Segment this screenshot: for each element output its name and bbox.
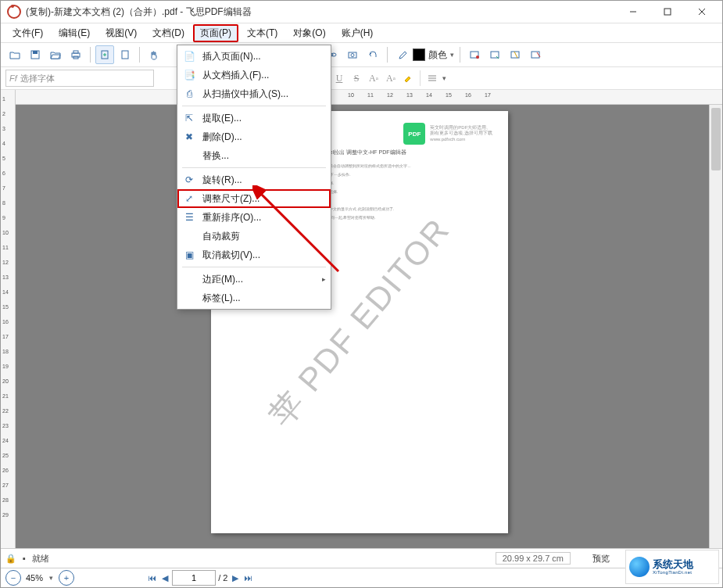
- toolbar-separator: [387, 47, 388, 63]
- menu-object[interactable]: 对象(O): [286, 24, 332, 42]
- menu-separator: [182, 167, 326, 168]
- svg-rect-12: [122, 51, 128, 59]
- stamp1-icon[interactable]: [465, 45, 484, 64]
- menu-extract[interactable]: ⇱提取(E)...: [177, 109, 331, 127]
- stamp3-icon[interactable]: [506, 45, 524, 64]
- color-dropdown-icon[interactable]: ▾: [449, 51, 455, 59]
- open-folder-icon[interactable]: [46, 45, 65, 64]
- line-spacing-icon[interactable]: [424, 70, 441, 87]
- vertical-scrollbar[interactable]: [709, 105, 722, 548]
- menu-file[interactable]: 文件(F): [5, 24, 50, 42]
- font-selector[interactable]: F‍f 选择字体: [5, 70, 154, 87]
- color-swatch[interactable]: [413, 48, 425, 61]
- page-add-icon[interactable]: [95, 45, 114, 64]
- status-bullet: ▪: [23, 554, 26, 563]
- menu-label: 提取(E)...: [202, 112, 242, 125]
- font-icon: F‍f: [9, 74, 17, 83]
- zoom-dropdown-icon[interactable]: ▾: [48, 574, 54, 582]
- menu-auto-crop[interactable]: 自动裁剪: [177, 227, 331, 246]
- close-button[interactable]: [685, 1, 719, 23]
- toolbar-separator: [139, 47, 140, 63]
- menu-insert-from-doc[interactable]: 📑从文档插入(F)...: [177, 66, 331, 84]
- zoom-in-button[interactable]: +: [59, 570, 74, 586]
- open-icon[interactable]: [5, 45, 24, 64]
- rotate-icon: ⟳: [182, 173, 196, 187]
- menu-reorder[interactable]: ☰重新排序(O)...: [177, 208, 331, 227]
- strikethrough-icon[interactable]: S: [348, 70, 365, 87]
- reorder-icon: ☰: [182, 210, 196, 224]
- underline-icon[interactable]: U: [331, 70, 348, 87]
- menu-separator: [182, 267, 326, 267]
- undo-icon[interactable]: [363, 45, 382, 64]
- stamp2-icon[interactable]: [485, 45, 504, 64]
- horizontal-ruler: 34567891011121314151617: [16, 90, 722, 105]
- menu-replace[interactable]: 替换...: [177, 146, 331, 165]
- menu-label: 删除(D)...: [202, 131, 242, 144]
- svg-rect-5: [33, 51, 38, 54]
- subscript-icon[interactable]: Aa: [382, 70, 399, 87]
- delete-icon: ✖: [182, 130, 196, 144]
- label-icon: [182, 291, 196, 305]
- status-bar: 🔒 ▪ 就绪 20.99 x 29.7 cm 预览: [1, 548, 722, 568]
- page-dimensions: 20.99 x 29.7 cm: [496, 552, 571, 565]
- toolbar-separator: [420, 70, 421, 86]
- menu-edit[interactable]: 编辑(E): [52, 24, 97, 42]
- menu-view[interactable]: 视图(V): [98, 24, 144, 42]
- preview-button[interactable]: 预览: [577, 552, 625, 565]
- menu-delete[interactable]: ✖删除(D)...: [177, 127, 331, 146]
- menu-cancel-crop[interactable]: ▣取消裁切(V)...: [177, 246, 331, 264]
- page-navigation: ⏮ ◀ / 2 ▶ ⏭: [146, 570, 254, 586]
- superscript-icon[interactable]: Aa: [365, 70, 382, 87]
- margin-icon: [182, 272, 196, 286]
- last-page-button[interactable]: ⏭: [242, 573, 254, 583]
- svg-point-16: [351, 54, 354, 57]
- camera-icon[interactable]: [343, 45, 362, 64]
- stamp4-icon[interactable]: [526, 45, 545, 64]
- menu-margin[interactable]: 边距(M)...▸: [177, 270, 331, 289]
- menu-resize[interactable]: ⤢调整尺寸(Z)...: [177, 189, 331, 208]
- menu-insert-page[interactable]: 📄插入页面(N)...: [177, 47, 331, 66]
- color-label: 颜色: [428, 48, 447, 62]
- extract-icon: ⇱: [182, 111, 196, 125]
- hand-icon[interactable]: [145, 45, 163, 64]
- menu-rotate[interactable]: ⟳旋转(R)...: [177, 170, 331, 189]
- main-toolbar: 颜色 ▾: [1, 43, 722, 67]
- page-input[interactable]: [172, 570, 216, 586]
- print-icon[interactable]: [66, 45, 85, 64]
- brand-logo: 系统天地 XiTongTianDi.net: [625, 550, 719, 584]
- vertical-ruler: 1234567891011121314151617181920212223242…: [1, 90, 16, 548]
- insert-page-icon: 📄: [182, 49, 196, 63]
- scrollbar-thumb[interactable]: [711, 108, 721, 170]
- menu-page[interactable]: 页面(P): [193, 24, 238, 42]
- app-icon: [7, 5, 21, 19]
- svg-rect-1: [664, 9, 671, 15]
- title-bar: (复制)-新建文本文档 (2)（合并）.pdf - 飞思PDF编辑器: [1, 1, 722, 23]
- first-page-button[interactable]: ⏮: [146, 573, 158, 583]
- zoom-bar: − 45% ▾ + ⏮ ◀ / 2 ▶ ⏭: [1, 568, 722, 587]
- save-icon[interactable]: [26, 45, 45, 64]
- menu-label: 旋转(R)...: [202, 174, 242, 187]
- menu-insert-from-scanner[interactable]: ⎙从扫描仪中插入(S)...: [177, 84, 331, 103]
- dropdown-icon[interactable]: ▾: [441, 74, 447, 82]
- next-page-button[interactable]: ▶: [231, 573, 240, 583]
- prev-page-button[interactable]: ◀: [160, 573, 170, 583]
- zoom-out-button[interactable]: −: [5, 570, 21, 586]
- eyedropper-icon[interactable]: [392, 45, 411, 64]
- brand-en: XiTongTianDi.net: [653, 570, 693, 575]
- menu-document[interactable]: 文档(D): [145, 24, 191, 42]
- page-blank-icon[interactable]: [116, 45, 134, 64]
- menu-label: 调整尺寸(Z)...: [202, 192, 259, 206]
- maximize-button[interactable]: [650, 1, 685, 23]
- highlight-icon[interactable]: [399, 70, 417, 87]
- menu-account[interactable]: 账户(H): [335, 24, 381, 42]
- menu-text[interactable]: 文本(T): [240, 24, 285, 42]
- menu-label[interactable]: 标签(L)...: [177, 289, 331, 307]
- toolbar-separator: [90, 47, 91, 63]
- document-canvas[interactable]: PDF 英文时调用的PDF大师适用, 拥有更多可选项,选择可用下载 www.pd…: [16, 105, 722, 548]
- window-title: (复制)-新建文本文档 (2)（合并）.pdf - 飞思PDF编辑器: [26, 5, 616, 19]
- minimize-button[interactable]: [616, 1, 650, 23]
- replace-icon: [182, 149, 196, 163]
- menu-label: 重新排序(O)...: [202, 211, 261, 224]
- cancel-crop-icon: ▣: [182, 248, 196, 262]
- menu-label: 从扫描仪中插入(S)...: [202, 88, 288, 101]
